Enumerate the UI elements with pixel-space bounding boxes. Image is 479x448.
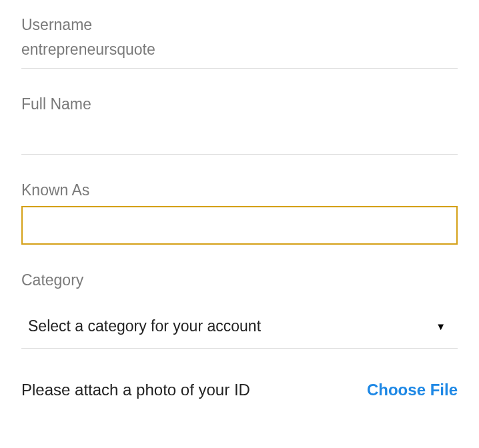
username-label: Username bbox=[21, 16, 458, 34]
knownas-group: Known As bbox=[21, 181, 458, 245]
choose-file-button[interactable]: Choose File bbox=[367, 381, 458, 399]
attach-label: Please attach a photo of your ID bbox=[21, 381, 250, 399]
attach-row: Please attach a photo of your ID Choose … bbox=[21, 381, 458, 399]
category-label: Category bbox=[21, 271, 458, 289]
knownas-label: Known As bbox=[21, 181, 458, 199]
category-select-wrapper: Select a category for your account ▼ bbox=[21, 304, 458, 349]
fullname-group: Full Name bbox=[21, 95, 458, 155]
category-select[interactable]: Select a category for your account bbox=[21, 304, 458, 348]
username-value: entrepreneursquote bbox=[21, 41, 458, 69]
category-group: Category Select a category for your acco… bbox=[21, 271, 458, 349]
username-group: Username entrepreneursquote bbox=[21, 16, 458, 69]
knownas-input[interactable] bbox=[21, 206, 458, 245]
fullname-input[interactable] bbox=[21, 120, 458, 155]
fullname-label: Full Name bbox=[21, 95, 458, 113]
